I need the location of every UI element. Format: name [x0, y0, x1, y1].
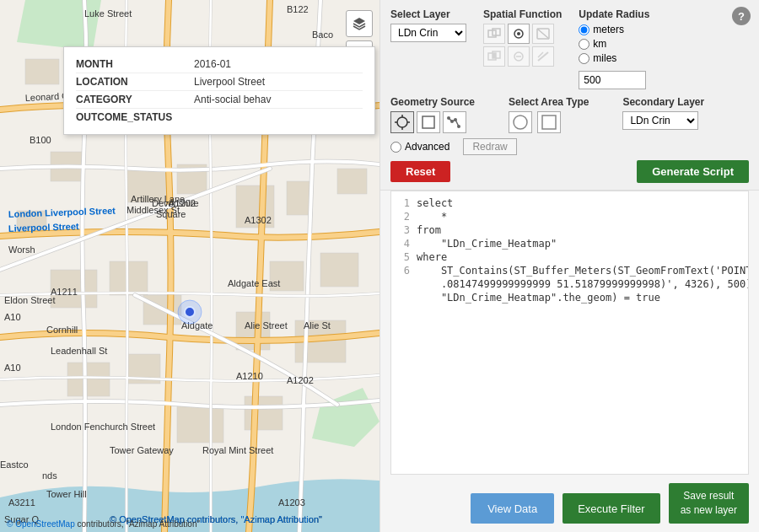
line-code-7: .08147499999999999 51.51879999999998)', … — [417, 278, 749, 290]
svg-text:B100: B100 — [30, 135, 51, 145]
svg-point-79 — [397, 117, 407, 127]
geometry-source-group: Geometry Source — [390, 96, 475, 133]
svg-text:Square: Square — [156, 209, 186, 219]
line-num-4: 4 — [391, 238, 417, 250]
popup-val-location: Liverpool Street — [194, 76, 265, 88]
svg-text:A1302: A1302 — [245, 215, 272, 225]
info-popup: MONTH 2016-01 LOCATION Liverpool Street … — [63, 46, 375, 135]
svg-text:Alie St: Alie St — [304, 320, 331, 330]
svg-rect-13 — [67, 363, 110, 396]
radius-meters-label[interactable]: meters — [579, 24, 649, 35]
radius-km-radio[interactable] — [579, 39, 589, 50]
radius-meters-text: meters — [593, 24, 624, 35]
help-button[interactable]: ? — [732, 7, 751, 25]
svg-text:Tower Gateway: Tower Gateway — [110, 445, 174, 455]
geometry-icons — [390, 111, 475, 133]
svg-text:Eldon Street: Eldon Street — [4, 295, 56, 305]
sql-line-8: "LDn_Crime_Heatmap".the_geom) = true — [391, 291, 748, 304]
popup-key-outcome: OUTCOME_STATUS — [76, 111, 194, 123]
spatial-icon-5[interactable] — [508, 46, 530, 67]
svg-text:Tower Hill: Tower Hill — [46, 489, 87, 499]
svg-text:Aldgate East: Aldgate East — [228, 278, 280, 288]
svg-text:Worsh: Worsh — [8, 245, 35, 255]
svg-rect-18 — [320, 253, 358, 287]
line-num-8 — [391, 292, 417, 304]
map-layers-button[interactable] — [346, 10, 373, 37]
line-code-2: * — [417, 211, 447, 223]
radius-radio-group: meters km miles — [579, 24, 649, 64]
select-area-type-group: Select Area Type — [509, 96, 589, 133]
radius-miles-text: miles — [593, 52, 616, 64]
popup-val-category: Anti-social behav — [194, 94, 271, 105]
radius-miles-label[interactable]: miles — [579, 52, 649, 64]
geom-point-btn[interactable] — [390, 111, 414, 133]
advanced-radio-label[interactable]: Advanced — [390, 141, 449, 153]
controls-row3: Advanced Redraw — [390, 138, 749, 155]
advanced-label-text: Advanced — [405, 141, 449, 153]
svg-point-61 — [178, 300, 202, 324]
secondary-layer-label: Secondary Layer — [622, 96, 704, 108]
line-num-7 — [391, 278, 417, 290]
svg-text:Luke Street: Luke Street — [84, 8, 132, 19]
spatial-icon-3[interactable] — [532, 24, 554, 44]
svg-text:A3211: A3211 — [8, 497, 35, 508]
advanced-radio[interactable] — [390, 142, 401, 153]
spatial-icon-2[interactable] — [508, 24, 530, 44]
right-panel: ? Select Layer LDn Crin Spatial Function — [380, 0, 759, 532]
svg-text:A10: A10 — [4, 363, 21, 373]
line-num-5: 5 — [391, 251, 417, 263]
view-data-button[interactable]: View Data — [471, 493, 554, 524]
update-radius-label: Update Radius — [579, 8, 649, 20]
svg-text:Devonshire: Devonshire — [152, 198, 199, 208]
sql-line-5: 5 where — [391, 250, 748, 264]
popup-key-location: LOCATION — [76, 76, 194, 88]
reset-button[interactable]: Reset — [390, 161, 450, 182]
radius-value-input[interactable] — [579, 71, 646, 89]
execute-filter-button[interactable]: Execute Filter — [563, 493, 659, 524]
sql-line-1: 1 select — [391, 196, 748, 210]
save-result-button[interactable]: Save resultas new layer — [669, 483, 749, 524]
popup-row-category: CATEGORY Anti-social behav — [76, 91, 363, 109]
bottom-buttons: View Data Execute Filter Save resultas n… — [380, 475, 759, 532]
area-square-btn[interactable] — [537, 111, 561, 133]
geom-line-btn[interactable] — [443, 111, 466, 133]
line-code-8: "LDn_Crime_Heatmap".the_geom) = true — [417, 292, 660, 304]
area-circle-btn[interactable] — [509, 111, 532, 133]
generate-script-button[interactable]: Generate Script — [637, 160, 749, 183]
spatial-icon-6[interactable] — [532, 46, 554, 67]
spatial-function-group: Spatial Function — [483, 8, 562, 67]
line-num-6: 6 — [391, 265, 417, 277]
svg-rect-15 — [177, 405, 223, 443]
svg-line-71 — [537, 29, 549, 39]
svg-point-89 — [514, 116, 527, 129]
line-code-3: from — [417, 224, 441, 236]
sql-code-area[interactable]: 1 select 2 * 3 from 4 "LDn_Crime_Heatmap… — [390, 191, 749, 475]
osm-link[interactable]: © OpenStreetMap — [7, 519, 75, 529]
geom-polygon-btn[interactable] — [417, 111, 440, 133]
sql-line-2: 2 * — [391, 210, 748, 223]
radius-km-text: km — [593, 38, 606, 50]
update-radius-group: Update Radius meters km miles — [579, 8, 649, 89]
radius-meters-radio[interactable] — [579, 24, 589, 35]
select-layer-label: Select Layer — [390, 8, 466, 20]
radius-km-label[interactable]: km — [579, 38, 649, 50]
svg-rect-12 — [236, 312, 270, 350]
line-num-2: 2 — [391, 211, 417, 223]
svg-text:Eastco: Eastco — [0, 459, 29, 470]
svg-text:Royal Mint Street: Royal Mint Street — [202, 445, 273, 455]
redraw-button[interactable]: Redraw — [463, 138, 516, 155]
secondary-layer-group: Secondary Layer LDn Crin — [622, 96, 704, 130]
radius-miles-radio[interactable] — [579, 53, 589, 64]
spatial-icon-4[interactable] — [483, 46, 505, 67]
svg-text:A1202: A1202 — [287, 375, 314, 385]
secondary-layer-dropdown[interactable]: LDn Crin — [622, 111, 698, 130]
spatial-icon-1[interactable] — [483, 24, 505, 44]
line-code-4: "LDn_Crime_Heatmap" — [417, 238, 557, 250]
svg-point-69 — [517, 32, 520, 35]
sql-line-4: 4 "LDn_Crime_Heatmap" — [391, 237, 748, 250]
svg-text:London Fenchurch Street: London Fenchurch Street — [51, 422, 155, 432]
controls-row2: Geometry Source — [390, 96, 749, 133]
svg-rect-3 — [25, 59, 59, 84]
select-layer-dropdown[interactable]: LDn Crin — [390, 24, 466, 42]
spatial-function-icons — [483, 24, 559, 67]
